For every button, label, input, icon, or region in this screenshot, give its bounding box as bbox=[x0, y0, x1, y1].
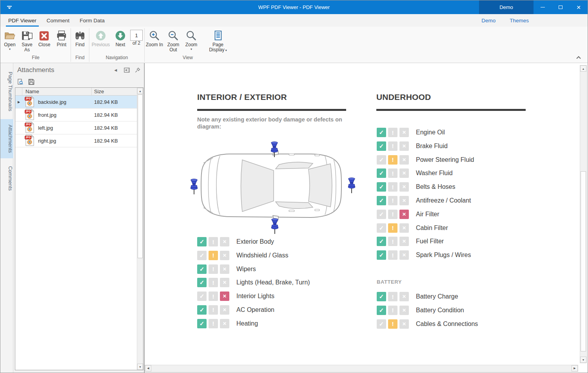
warn-box-icon[interactable]: ! bbox=[388, 223, 397, 233]
fail-box-icon[interactable]: ✕ bbox=[399, 155, 409, 165]
warn-box-icon[interactable]: ! bbox=[388, 196, 397, 205]
warn-box-icon[interactable]: ! bbox=[209, 292, 218, 301]
fail-box-icon[interactable]: ✕ bbox=[220, 319, 229, 328]
scrollbar-thumb[interactable] bbox=[138, 94, 143, 258]
print-button[interactable]: Print bbox=[53, 28, 70, 47]
check-box-icon[interactable]: ✓ bbox=[197, 278, 207, 287]
panel-pin-icon[interactable] bbox=[134, 67, 141, 73]
attachments-scrollbar[interactable]: ▲ ▼ bbox=[137, 88, 143, 370]
scroll-down-button[interactable]: ▼ bbox=[580, 357, 586, 363]
warn-box-icon[interactable]: ! bbox=[388, 250, 397, 260]
pushpin-annotation-right[interactable] bbox=[347, 177, 356, 194]
previous-button[interactable]: Previous bbox=[90, 28, 112, 47]
close-window-button[interactable]: ✕ bbox=[570, 0, 588, 14]
fail-box-icon[interactable]: ✕ bbox=[399, 128, 409, 137]
scroll-up-button[interactable]: ▲ bbox=[137, 88, 143, 94]
check-box-icon[interactable]: ✓ bbox=[197, 251, 207, 260]
attachment-row[interactable]: JPGleft.jpg182.94 KB bbox=[15, 121, 143, 134]
zoom-out-button[interactable]: Zoom Out bbox=[164, 28, 183, 53]
fail-box-icon[interactable]: ✕ bbox=[399, 250, 409, 260]
open-button[interactable]: Open ▾ bbox=[1, 28, 18, 51]
pushpin-annotation-left[interactable] bbox=[189, 179, 199, 195]
fail-box-icon[interactable]: ✕ bbox=[399, 306, 409, 315]
side-tab-attachments[interactable]: Attachments bbox=[0, 119, 13, 158]
pushpin-annotation-bottom[interactable] bbox=[270, 218, 279, 235]
pushpin-annotation-top[interactable] bbox=[270, 141, 279, 158]
scrollbar-thumb[interactable] bbox=[581, 171, 586, 351]
ribbon-collapse-button[interactable] bbox=[574, 54, 583, 60]
side-tab-page-thumbnails[interactable]: Page Thumbnails bbox=[0, 66, 13, 117]
page-display-button[interactable]: Page Display ▾ bbox=[205, 28, 230, 53]
find-button[interactable]: Find bbox=[71, 28, 89, 47]
maximize-button[interactable] bbox=[552, 0, 570, 14]
attachment-row[interactable]: JPGfront.jpg182.94 KB bbox=[15, 109, 143, 121]
check-box-icon[interactable]: ✓ bbox=[197, 264, 207, 274]
next-button[interactable]: Next bbox=[112, 28, 129, 47]
size-column-header[interactable]: Size bbox=[92, 88, 137, 95]
warn-box-icon[interactable]: ! bbox=[209, 305, 218, 315]
fail-box-icon[interactable]: ✕ bbox=[399, 223, 409, 233]
fail-box-icon[interactable]: ✕ bbox=[399, 319, 409, 329]
document-horizontal-scrollbar[interactable]: ◀ ▶ bbox=[145, 365, 578, 372]
check-box-icon[interactable]: ✓ bbox=[197, 319, 207, 328]
panel-dock-icon[interactable] bbox=[123, 67, 130, 73]
check-box-icon[interactable]: ✓ bbox=[197, 305, 207, 315]
warn-box-icon[interactable]: ! bbox=[388, 237, 397, 246]
warn-box-icon[interactable]: ! bbox=[209, 278, 218, 287]
check-box-icon[interactable]: ✓ bbox=[377, 155, 386, 165]
fail-box-icon[interactable]: ✕ bbox=[399, 182, 409, 192]
fail-box-icon[interactable]: ✕ bbox=[399, 210, 409, 219]
app-menu-icon[interactable] bbox=[0, 0, 18, 14]
page-number-input[interactable]: 1 bbox=[130, 30, 143, 41]
check-box-icon[interactable]: ✓ bbox=[377, 306, 386, 315]
scroll-left-button[interactable]: ◀ bbox=[145, 365, 151, 371]
check-box-icon[interactable]: ✓ bbox=[377, 210, 386, 219]
scroll-up-button[interactable]: ▲ bbox=[580, 65, 586, 72]
attachment-row[interactable]: ▶JPGbackside.jpg182.94 KB bbox=[15, 96, 143, 109]
fail-box-icon[interactable]: ✕ bbox=[399, 196, 409, 205]
titlebar-demo-tab[interactable]: Demo bbox=[479, 0, 534, 14]
fail-box-icon[interactable]: ✕ bbox=[399, 292, 409, 301]
warn-box-icon[interactable]: ! bbox=[209, 319, 218, 328]
warn-box-icon[interactable]: ! bbox=[388, 128, 397, 137]
panel-collapse-icon[interactable]: ◀ bbox=[113, 67, 119, 73]
link-demo[interactable]: Demo bbox=[481, 18, 495, 24]
check-box-icon[interactable]: ✓ bbox=[377, 196, 386, 205]
zoom-dropdown-button[interactable]: Zoom ▾ bbox=[183, 28, 200, 51]
attachment-open-icon[interactable] bbox=[17, 78, 24, 85]
attachment-save-icon[interactable] bbox=[28, 78, 35, 85]
tab-comment[interactable]: Comment bbox=[44, 14, 72, 27]
check-box-icon[interactable]: ✓ bbox=[197, 237, 207, 246]
name-column-header[interactable]: Name bbox=[22, 88, 92, 95]
close-document-button[interactable]: Close bbox=[36, 28, 53, 47]
fail-box-icon[interactable]: ✕ bbox=[399, 168, 409, 178]
warn-box-icon[interactable]: ! bbox=[388, 292, 397, 301]
check-box-icon[interactable]: ✓ bbox=[377, 128, 386, 137]
check-box-icon[interactable]: ✓ bbox=[197, 292, 207, 301]
check-box-icon[interactable]: ✓ bbox=[377, 292, 386, 301]
fail-box-icon[interactable]: ✕ bbox=[220, 278, 229, 287]
save-as-button[interactable]: Save As bbox=[18, 28, 36, 53]
tab-form-data[interactable]: Form Data bbox=[77, 14, 107, 27]
side-tab-comments[interactable]: Comments bbox=[0, 161, 13, 196]
attachment-row[interactable]: JPGright.jpg182.94 KB bbox=[15, 134, 143, 147]
warn-box-icon[interactable]: ! bbox=[388, 155, 397, 165]
warn-box-icon[interactable]: ! bbox=[388, 168, 397, 178]
zoom-in-button[interactable]: Zoom In bbox=[145, 28, 164, 47]
warn-box-icon[interactable]: ! bbox=[388, 319, 397, 329]
scroll-down-button[interactable]: ▼ bbox=[137, 364, 143, 370]
warn-box-icon[interactable]: ! bbox=[209, 264, 218, 274]
fail-box-icon[interactable]: ✕ bbox=[220, 251, 229, 260]
fail-box-icon[interactable]: ✕ bbox=[220, 237, 229, 246]
link-themes[interactable]: Themes bbox=[510, 18, 529, 24]
minimize-button[interactable] bbox=[534, 0, 552, 14]
check-box-icon[interactable]: ✓ bbox=[377, 223, 386, 233]
fail-box-icon[interactable]: ✕ bbox=[220, 305, 229, 315]
scroll-right-button[interactable]: ▶ bbox=[572, 365, 578, 371]
fail-box-icon[interactable]: ✕ bbox=[220, 264, 229, 274]
warn-box-icon[interactable]: ! bbox=[209, 237, 218, 246]
document-vertical-scrollbar[interactable]: ▲ ▼ bbox=[580, 65, 587, 363]
check-box-icon[interactable]: ✓ bbox=[377, 182, 386, 192]
warn-box-icon[interactable]: ! bbox=[388, 182, 397, 192]
fail-box-icon[interactable]: ✕ bbox=[399, 237, 409, 246]
